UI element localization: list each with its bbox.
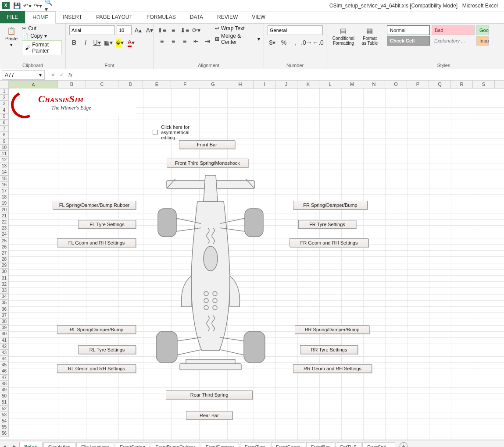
- align-right-icon[interactable]: ≡: [180, 36, 189, 46]
- row-header-29[interactable]: 29: [0, 263, 8, 269]
- border-button[interactable]: ▦▾: [104, 38, 113, 47]
- style-check-cell[interactable]: Check Cell: [387, 36, 430, 46]
- col-header-I[interactable]: I: [254, 81, 275, 88]
- row-header-45[interactable]: 45: [0, 362, 8, 368]
- sheet-tab-frontbar[interactable]: FrontBar: [306, 442, 335, 447]
- row-header-16[interactable]: 16: [0, 182, 8, 188]
- col-header-Q[interactable]: Q: [429, 81, 451, 88]
- sheet-tab-frontspring[interactable]: FrontSpring: [115, 442, 150, 447]
- front-bar-button[interactable]: Front Bar: [179, 140, 235, 149]
- redo-icon[interactable]: ↷▾: [34, 2, 41, 9]
- row-header-10[interactable]: 10: [0, 145, 8, 151]
- italic-button[interactable]: I: [81, 38, 90, 47]
- font-color-button[interactable]: A▾: [126, 38, 136, 47]
- decrease-indent-icon[interactable]: ⇤: [191, 36, 201, 46]
- col-header-J[interactable]: J: [275, 81, 297, 88]
- row-header-18[interactable]: 18: [0, 194, 8, 200]
- comma-icon[interactable]: ,: [290, 38, 300, 47]
- row-header-1[interactable]: 1: [0, 89, 8, 95]
- sheet-tab-fronttyre[interactable]: FrontTyre: [240, 442, 270, 447]
- row-header-54[interactable]: 54: [0, 418, 8, 424]
- accounting-icon[interactable]: $▾: [268, 38, 277, 47]
- increase-font-icon[interactable]: A▴: [133, 25, 143, 35]
- row-header-3[interactable]: 3: [0, 101, 8, 107]
- row-header-33[interactable]: 33: [0, 287, 8, 294]
- fl-geom-button[interactable]: FL Geom and RH Settings: [57, 238, 136, 247]
- orientation-icon[interactable]: ⟳▾: [191, 25, 201, 35]
- row-header-42[interactable]: 42: [0, 344, 8, 350]
- tab-file[interactable]: FILE: [0, 11, 25, 23]
- row-header-36[interactable]: 36: [0, 306, 8, 312]
- align-middle-icon[interactable]: ≡: [168, 25, 178, 35]
- cancel-icon[interactable]: ✕: [51, 72, 55, 78]
- percent-icon[interactable]: %: [279, 38, 289, 47]
- sheet-tab-file-locations[interactable]: File locations: [76, 442, 114, 447]
- rl-tyre-button[interactable]: RL Tyre Settings: [78, 345, 136, 354]
- sheet-tab-frontgeom[interactable]: FrontGeom: [271, 442, 305, 447]
- sheet-tab-rearspri-[interactable]: RearSpri...: [362, 442, 395, 447]
- format-as-table-button[interactable]: ▦ Format as Table: [360, 25, 380, 46]
- row-header-11[interactable]: 11: [0, 151, 8, 157]
- row-header-53[interactable]: 53: [0, 412, 8, 418]
- row-header-6[interactable]: 6: [0, 120, 8, 126]
- col-header-C[interactable]: C: [86, 81, 118, 88]
- conditional-formatting-button[interactable]: ▤ Conditional Formatting: [330, 25, 357, 46]
- row-header-43[interactable]: 43: [0, 350, 8, 356]
- row-header-44[interactable]: 44: [0, 356, 8, 362]
- wrap-text-button[interactable]: ↩Wrap Text: [215, 25, 260, 32]
- row-header-34[interactable]: 34: [0, 294, 8, 300]
- col-header-K[interactable]: K: [297, 81, 319, 88]
- row-header-37[interactable]: 37: [0, 312, 8, 319]
- bold-button[interactable]: B: [69, 38, 79, 47]
- style-normal[interactable]: Normal: [387, 25, 430, 35]
- row-header-32[interactable]: 32: [0, 281, 8, 287]
- rr-spring-button[interactable]: RR Spring/Damper/Bump: [295, 325, 369, 334]
- row-header-46[interactable]: 46: [0, 368, 8, 374]
- fr-spring-button[interactable]: FR Spring/Damper/Bump: [293, 201, 368, 209]
- row-header-48[interactable]: 48: [0, 381, 8, 387]
- sheet-tab-frontdamper[interactable]: FrontDamper: [201, 442, 239, 447]
- tab-review[interactable]: REVIEW: [210, 11, 245, 23]
- sheet-nav-first[interactable]: ◂: [0, 443, 10, 447]
- rear-bar-button[interactable]: Rear Bar: [186, 411, 232, 420]
- style-good[interactable]: Goo: [476, 25, 489, 35]
- undo-icon[interactable]: ↶▾: [24, 2, 31, 9]
- format-painter-button[interactable]: 🖌Format Painter: [22, 40, 62, 55]
- row-header-23[interactable]: 23: [0, 225, 8, 231]
- col-header-O[interactable]: O: [385, 81, 407, 88]
- row-header-51[interactable]: 51: [0, 399, 8, 405]
- fill-color-button[interactable]: ⬙▾: [115, 38, 125, 47]
- row-header-19[interactable]: 19: [0, 200, 8, 206]
- row-header-21[interactable]: 21: [0, 213, 8, 219]
- col-header-P[interactable]: P: [407, 81, 429, 88]
- tab-page-layout[interactable]: PAGE LAYOUT: [89, 11, 139, 23]
- tab-insert[interactable]: INSERT: [56, 11, 89, 23]
- row-header-38[interactable]: 38: [0, 319, 8, 325]
- row-header-56[interactable]: 56: [0, 430, 8, 436]
- row-header-9[interactable]: 9: [0, 138, 8, 145]
- merge-center-button[interactable]: ⊞Merge & Center▾: [215, 33, 260, 45]
- rr-geom-button[interactable]: RR Geom and RH Settings: [293, 364, 372, 373]
- col-header-R[interactable]: R: [451, 81, 473, 88]
- row-header-24[interactable]: 24: [0, 231, 8, 238]
- select-all-corner[interactable]: [0, 81, 9, 88]
- col-header-M[interactable]: M: [341, 81, 363, 88]
- tab-view[interactable]: VIEW: [245, 11, 272, 23]
- underline-button[interactable]: U▾: [92, 38, 102, 47]
- align-left-icon[interactable]: ≡: [157, 36, 167, 46]
- row-header-4[interactable]: 4: [0, 107, 8, 114]
- tab-formulas[interactable]: FORMULAS: [139, 11, 183, 23]
- front-third-spring-button[interactable]: Front Third Spring/Monoshock: [167, 159, 248, 167]
- decrease-decimal-icon[interactable]: ←.0: [313, 38, 323, 47]
- row-header-5[interactable]: 5: [0, 114, 8, 120]
- tab-home[interactable]: HOME: [25, 11, 56, 24]
- new-sheet-button[interactable]: +: [400, 442, 407, 447]
- col-header-L[interactable]: L: [319, 81, 341, 88]
- col-header-E[interactable]: E: [143, 81, 171, 88]
- row-header-50[interactable]: 50: [0, 393, 8, 399]
- row-header-17[interactable]: 17: [0, 188, 8, 194]
- tab-data[interactable]: DATA: [183, 11, 210, 23]
- fx-icon[interactable]: fx: [68, 72, 72, 78]
- col-header-S[interactable]: S: [473, 81, 495, 88]
- name-box[interactable]: A77▾: [2, 70, 45, 80]
